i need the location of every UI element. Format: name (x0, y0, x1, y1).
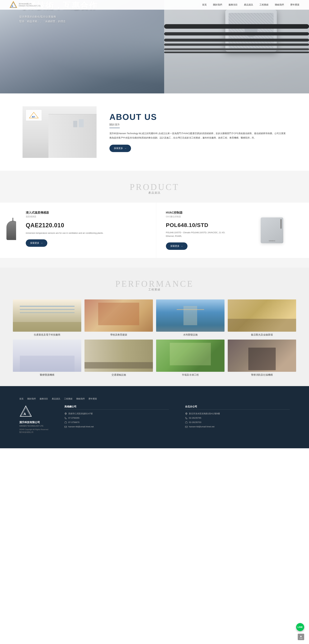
footer-taipei-address-row: 新北市淡水區淡海路1段412號6樓 (185, 412, 290, 415)
footer-nav-performance[interactable]: 工程實績 (64, 398, 72, 400)
performance-section: PERFORMANCE 工程實績 生產製造及電子科技廠商 學校及教育建築 (0, 268, 309, 386)
hero-section: 專業技術，互惠合作 提供專業的自動化/監控企業服務 堅持「精益求精」、「永續經營… (0, 0, 309, 94)
svg-point-11 (186, 413, 187, 414)
footer-nav-home[interactable]: 首頁 (19, 398, 23, 400)
footer-kaohsiung-email-row: hansen-ltd@umail.hinet.net (64, 426, 169, 428)
footer-company-name-en: HANSEN TECHNOLOGY LTD. (19, 425, 51, 427)
nav-service[interactable]: 服務項目 (229, 4, 238, 6)
product2-image: SIEMENS (258, 216, 287, 245)
perf-image-water (156, 300, 225, 332)
company-name: 漢升科技有限公司 HANSEN TECHNOLOGY LTD. (19, 3, 41, 7)
arrow-icon: → (181, 245, 183, 248)
email-icon-2 (185, 426, 188, 428)
product1-desc: immersion temperature sensors are for us… (26, 231, 146, 235)
nav-home[interactable]: 首頁 (202, 4, 207, 6)
product-en-title: PRODUCT (0, 182, 309, 192)
footer-kaohsiung-title: 高雄總公司 (64, 405, 169, 410)
perf-item-traffic[interactable]: 交通運輸設施 (84, 340, 153, 376)
perf-image-school (84, 300, 153, 332)
svg-text:漢升: 漢升 (32, 116, 35, 118)
about-zh-subtitle: 關於漢升 (109, 123, 120, 128)
footer-nav: 首頁 關於我們 服務項目 產品資訊 工程實績 聯絡我們 歷年獎賞 (19, 398, 290, 400)
footer-logo: A 漢升科技有限公司 HANSEN TECHNOLOGY LTD. 20240 … (19, 405, 51, 434)
nav-product[interactable]: 產品資訊 (244, 4, 253, 6)
product1-type: 溫度感測器 (26, 215, 146, 218)
product1-more-button[interactable]: 探索更多 → (26, 239, 47, 247)
nav-about[interactable]: 關於我們 (213, 4, 222, 6)
footer-kaohsiung-address-row: 高雄市仁武區赤誠街147號 (64, 412, 169, 415)
product2-desc: POL648.10/STD - Climatix POL648.10/STD; … (166, 231, 230, 238)
nav-performance[interactable]: 工程實績 (260, 4, 269, 6)
product-partial-left (0, 203, 16, 258)
about-more-button[interactable]: 探索更多 → (109, 145, 131, 152)
footer-nav-about[interactable]: 關於我們 (27, 398, 36, 400)
footer-taipei-title: 台北分公司 (185, 405, 290, 410)
performance-grid: 生產製造及電子科技廠商 學校及教育建築 水利開發設施 飯店觀光及金融業場 (13, 300, 296, 376)
footer: 首頁 關於我們 服務項目 產品資訊 工程實績 聯絡我們 歷年獎賞 A 漢升科技有… (0, 386, 309, 448)
footer-copyright: 20240 Copyright All Rights Reserved 暨升科技… (19, 428, 51, 434)
main-nav: 首頁 關於我們 服務項目 產品資訊 工程實績 聯絡我們 歷年獎賞 (202, 4, 299, 6)
footer-contacts: 高雄總公司 高雄市仁武區赤誠街147號 07-3756355 (64, 405, 290, 434)
product-partial-right (296, 203, 309, 258)
footer-taipei-email-row: hansen-ltd@umail.hinet.net (185, 426, 290, 428)
performance-en-title: PERFORMANCE (13, 279, 296, 289)
perf-item-market[interactable]: 市場及冷凍工程 (156, 340, 225, 376)
product1-model: QAE2120.010 (26, 222, 146, 229)
performance-zh-title: 工程實績 (13, 288, 296, 292)
perf-label-traffic: 交通運輸設施 (111, 374, 126, 376)
perf-label-factory: 生產製造及電子科技廠商 (34, 333, 60, 336)
fax-icon-2 (185, 421, 188, 424)
perf-image-traffic (84, 340, 153, 372)
email-icon (64, 426, 67, 428)
perf-item-factory[interactable]: 生產製造及電子科技廠商 (13, 300, 81, 336)
footer-taipei-tel2-row: 02-26235703 (185, 421, 290, 424)
product-card-1: 浸入式溫度傳感器 溫度感測器 QAE2120.010 immersion tem… (16, 203, 156, 258)
footer-nav-service[interactable]: 服務項目 (39, 398, 48, 400)
location-icon (64, 412, 67, 415)
product1-category: 浸入式溫度傳感器 (26, 211, 146, 214)
footer-taipei-office: 台北分公司 新北市淡水區淡海路1段412號6樓 02-26235765 (185, 405, 290, 434)
svg-rect-12 (185, 422, 187, 423)
perf-image-hospital (13, 340, 81, 372)
nav-awards[interactable]: 歷年獎賞 (290, 4, 299, 6)
perf-image-hotel (228, 300, 296, 332)
footer-nav-product[interactable]: 產品資訊 (52, 398, 60, 400)
footer-kaohsiung-office: 高雄總公司 高雄市仁武區赤誠街147號 07-3756355 (64, 405, 169, 434)
footer-kaohsiung-tel2-row: 07-3756670 (64, 421, 169, 424)
perf-label-police: 警察消防及社福機構 (251, 374, 273, 376)
footer-kaohsiung-tel1-row: 07-3756355 (64, 417, 169, 420)
svg-text:A: A (11, 5, 13, 8)
perf-item-hospital[interactable]: 醫療暨護機構 (13, 340, 81, 376)
product-section: PRODUCT 產品資訊 浸入式溫度傳感器 溫度感測器 QAE2120.010 … (0, 171, 309, 268)
svg-rect-13 (185, 426, 188, 428)
location-icon-2 (185, 412, 188, 415)
phone-icon-2 (185, 417, 188, 420)
product-card-2: SIEMENS HVAC控制器 DDC數位控制器 POL648.10/STD P… (156, 203, 296, 258)
about-en-title: ABOUT US (109, 112, 287, 122)
perf-item-police[interactable]: 警察消防及社福機構 (228, 340, 296, 376)
about-image: 漢升 (22, 106, 97, 158)
perf-label-hospital: 醫療暨護機構 (40, 374, 54, 376)
arrow-icon: → (124, 147, 126, 150)
hero-subtitle: 提供專業的自動化/監控企業服務 堅持「精益求精」、「永續經營」的理念 (19, 14, 309, 24)
perf-item-school[interactable]: 學校及教育建築 (84, 300, 153, 336)
about-content: ABOUT US 關於漢升 漢升科技Hansen Technology ltd,… (109, 112, 287, 152)
svg-point-8 (65, 413, 66, 414)
product-section-header: PRODUCT 產品資訊 (0, 182, 309, 194)
footer-nav-awards[interactable]: 歷年獎賞 (88, 398, 97, 400)
perf-item-water[interactable]: 水利開發設施 (156, 300, 225, 336)
footer-nav-contact[interactable]: 聯絡我們 (76, 398, 85, 400)
about-description: 漢升科技Hansen Technology ltd,成立於民國93年,自成立以來… (109, 131, 287, 140)
performance-section-header: PERFORMANCE 工程實績 (13, 279, 296, 292)
footer-company-name-zh: 漢升科技有限公司 (19, 420, 51, 424)
product2-more-button[interactable]: 探索更多 → (166, 242, 188, 250)
footer-top: A 漢升科技有限公司 HANSEN TECHNOLOGY LTD. 20240 … (19, 405, 290, 434)
perf-image-market (156, 340, 225, 372)
perf-item-hotel[interactable]: 飯店觀光及金融業場 (228, 300, 296, 336)
product-zh-title: 產品資訊 (0, 191, 309, 194)
perf-label-hotel: 飯店觀光及金融業場 (251, 333, 273, 336)
perf-label-water: 水利開發設施 (183, 333, 198, 336)
nav-contact[interactable]: 聯絡我們 (275, 4, 284, 6)
perf-image-police (228, 340, 296, 372)
logo[interactable]: A 漢升科技有限公司 HANSEN TECHNOLOGY LTD. (10, 1, 41, 8)
